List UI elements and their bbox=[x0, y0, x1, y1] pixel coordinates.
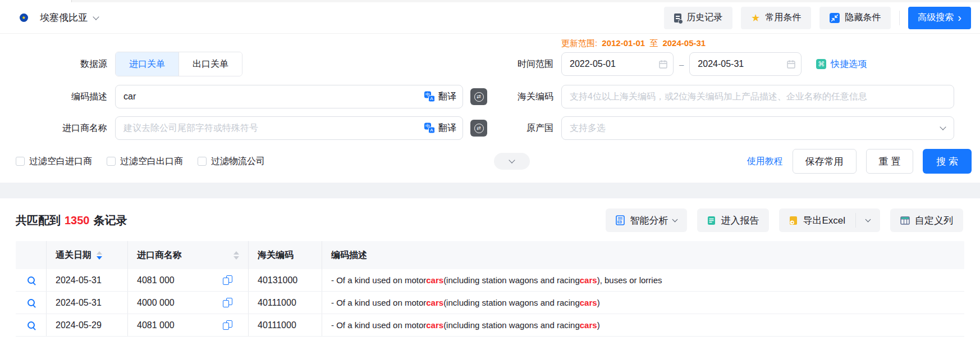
importer-name: 4000 000 bbox=[137, 298, 175, 308]
enter-report-button[interactable]: 进入报告 bbox=[697, 208, 769, 232]
copy-icon[interactable] bbox=[223, 320, 232, 330]
results-bar: 共匹配到1350条记录 BI 智能分析 进入报告 bbox=[0, 198, 980, 241]
expand-more-button[interactable] bbox=[494, 153, 530, 170]
tab-export[interactable]: 出口关单 bbox=[178, 52, 242, 76]
translate-button[interactable]: 中A 翻译 bbox=[424, 91, 456, 103]
chevron-right-icon: › bbox=[958, 12, 961, 23]
search-icon[interactable] bbox=[28, 321, 35, 329]
importer-name: 4081 000 bbox=[137, 320, 175, 330]
export-options-button[interactable] bbox=[856, 208, 880, 232]
code-description-label: 编码描述 bbox=[0, 91, 115, 103]
collapse-icon bbox=[830, 13, 840, 23]
start-date-input[interactable] bbox=[561, 52, 674, 76]
cell-date: 2024-05-31 bbox=[46, 292, 127, 314]
header-cell-hs-code: 海关编码 bbox=[248, 241, 322, 269]
data-source-label: 数据源 bbox=[0, 58, 115, 70]
smart-analysis-button[interactable]: BI 智能分析 bbox=[606, 208, 687, 232]
cell-description: - Of a kind used on motor cars (includin… bbox=[322, 314, 964, 336]
save-favorite-button[interactable]: 保存常用 bbox=[793, 149, 857, 174]
results-table: 通关日期 进口商名称 海关编码 编码描述 2024-05-31 4081 000… bbox=[16, 241, 964, 337]
history-button[interactable]: 历史记录 bbox=[664, 7, 732, 29]
customize-columns-button[interactable]: 自定义列 bbox=[890, 208, 963, 232]
exact-match-icon: ⇄ bbox=[474, 124, 484, 133]
svg-text:BI: BI bbox=[619, 221, 621, 224]
table-row[interactable]: 2024-05-31 4081 000 40131000 - Of a kind… bbox=[16, 269, 964, 292]
export-excel-button[interactable]: 导出Excel bbox=[779, 208, 855, 232]
cell-hs-code: 40111000 bbox=[248, 314, 322, 336]
origin-country-label: 原产国 bbox=[494, 122, 561, 134]
header-cell-description: 编码描述 bbox=[322, 241, 964, 269]
exact-match-toggle[interactable]: ⇄ bbox=[470, 120, 487, 137]
reset-button[interactable]: 重 置 bbox=[866, 149, 914, 174]
sort-control-importer[interactable] bbox=[233, 251, 239, 260]
checkbox-icon[interactable] bbox=[107, 157, 116, 166]
header-cell-date: 通关日期 bbox=[46, 241, 127, 269]
quick-options-button[interactable]: ⌘ 快捷选项 bbox=[816, 58, 867, 70]
hs-code-input[interactable] bbox=[561, 85, 954, 108]
cell-date: 2024-05-31 bbox=[46, 269, 127, 291]
columns-grid-icon bbox=[900, 216, 910, 225]
importer-name-label: 进口商名称 bbox=[0, 122, 115, 134]
header-cell-importer: 进口商名称 bbox=[127, 241, 248, 269]
star-icon: ★ bbox=[751, 13, 760, 23]
country-name: 埃塞俄比亚 bbox=[40, 11, 88, 24]
chevron-down-icon bbox=[672, 217, 678, 223]
calendar-icon[interactable] bbox=[786, 60, 796, 69]
cell-date: 2024-05-29 bbox=[46, 314, 127, 336]
header-cell-actions bbox=[16, 241, 46, 269]
top-bar: ★ 埃塞俄比亚 历史记录 ★ 常用条件 隐藏条件 高级搜索 › bbox=[0, 2, 980, 34]
origin-country-input[interactable] bbox=[561, 116, 954, 140]
table-body: 2024-05-31 4081 000 40131000 - Of a kind… bbox=[16, 269, 964, 337]
ethiopia-flag-icon: ★ bbox=[13, 11, 34, 25]
copy-icon[interactable] bbox=[223, 275, 232, 285]
filter-checkbox-2[interactable]: 过滤物流公司 bbox=[198, 156, 265, 167]
country-selector[interactable]: ★ 埃塞俄比亚 bbox=[13, 11, 98, 25]
table-row[interactable]: 2024-05-31 4000 000 40111000 - Of a kind… bbox=[16, 292, 964, 314]
bi-chart-icon: BI bbox=[616, 215, 625, 225]
copy-icon[interactable] bbox=[223, 298, 232, 307]
sort-control-date[interactable] bbox=[97, 251, 102, 260]
translate-icon: 中A bbox=[424, 123, 435, 134]
history-icon bbox=[674, 13, 681, 22]
search-icon[interactable] bbox=[28, 276, 35, 284]
translate-button[interactable]: 中A 翻译 bbox=[424, 122, 456, 134]
results-summary: 共匹配到1350条记录 bbox=[16, 213, 127, 228]
filter-checkbox-0[interactable]: 过滤空白进口商 bbox=[16, 156, 92, 167]
exact-match-icon: ⇄ bbox=[474, 92, 484, 102]
exact-match-toggle[interactable]: ⇄ bbox=[470, 88, 487, 105]
importer-name: 4081 000 bbox=[137, 275, 175, 285]
section-divider bbox=[0, 183, 980, 198]
search-icon[interactable] bbox=[28, 299, 35, 306]
date-range-separator: – bbox=[679, 60, 684, 69]
cell-hs-code: 40131000 bbox=[248, 269, 322, 291]
calendar-icon[interactable] bbox=[658, 60, 668, 69]
importer-name-input[interactable] bbox=[115, 116, 463, 140]
excel-export-icon bbox=[789, 216, 798, 225]
filter-checkbox-1[interactable]: 过滤空白出口商 bbox=[107, 156, 183, 167]
hs-code-label: 海关编码 bbox=[494, 91, 561, 103]
hide-conditions-button[interactable]: 隐藏条件 bbox=[819, 7, 891, 29]
end-date-input[interactable] bbox=[689, 52, 802, 76]
command-icon: ⌘ bbox=[816, 59, 826, 69]
code-description-input[interactable] bbox=[115, 85, 463, 108]
advanced-search-button[interactable]: 高级搜索 › bbox=[908, 7, 971, 29]
translate-icon: 中A bbox=[424, 92, 435, 102]
data-source-tabs: 进口关单出口关单 bbox=[115, 52, 242, 76]
origin-country-select[interactable] bbox=[561, 116, 954, 140]
cell-importer: 4000 000 bbox=[127, 292, 248, 314]
cell-description: - Of a kind used on motor cars (includin… bbox=[322, 292, 964, 314]
checkbox-icon[interactable] bbox=[16, 157, 25, 166]
search-button[interactable]: 搜 索 bbox=[923, 149, 972, 174]
results-count: 1350 bbox=[65, 214, 90, 226]
table-row[interactable]: 2024-05-29 4081 000 40111000 - Of a kind… bbox=[16, 314, 964, 337]
search-form: 更新范围: 2012-01-01 至 2024-05-31 数据源 进口关单出口… bbox=[0, 34, 980, 174]
chevron-down-icon bbox=[865, 217, 871, 223]
export-split-button: 导出Excel bbox=[779, 208, 880, 232]
table-header: 通关日期 进口商名称 海关编码 编码描述 bbox=[16, 241, 964, 269]
browser-edge bbox=[0, 0, 980, 2]
tab-import[interactable]: 进口关单 bbox=[116, 52, 178, 76]
checkbox-icon[interactable] bbox=[198, 157, 207, 166]
tutorial-link[interactable]: 使用教程 bbox=[747, 156, 783, 167]
favorites-button[interactable]: ★ 常用条件 bbox=[741, 7, 811, 29]
update-range: 更新范围: 2012-01-01 至 2024-05-31 bbox=[561, 38, 708, 49]
